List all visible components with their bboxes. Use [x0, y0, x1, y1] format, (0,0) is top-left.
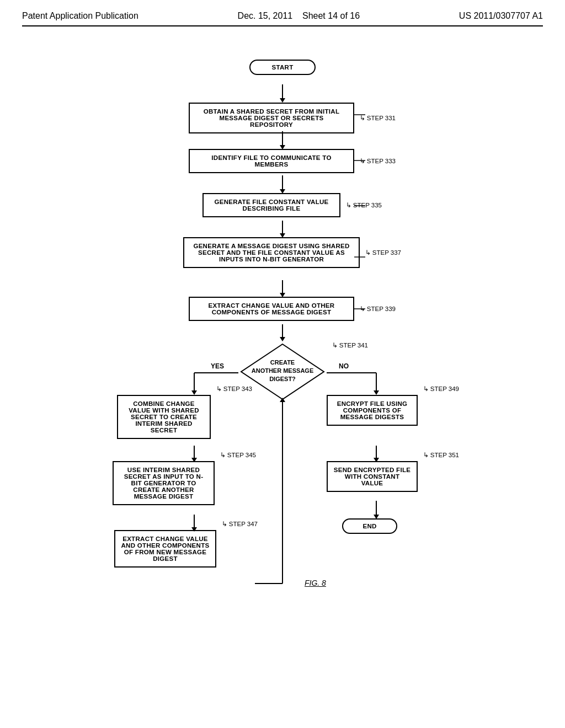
step339-node: EXTRACT CHANGE VALUE AND OTHER COMPONENT…	[189, 297, 354, 321]
step331-node: OBTAIN A SHARED SECRET FROM INITIAL MESS…	[189, 103, 354, 133]
diamond-svg: CREATE ANOTHER MESSAGE DIGEST?	[238, 341, 327, 402]
step351-label: ↳ STEP 351	[423, 451, 459, 459]
step337-label: ↳ STEP 337	[365, 249, 401, 256]
step341-label: ↳ STEP 341	[332, 341, 368, 349]
step349-node: ENCRYPT FILE USING COMPONENTS OF MESSAGE…	[327, 395, 418, 426]
step351-node: SEND ENCRYPTED FILE WITH CONSTANT VALUE …	[327, 461, 418, 492]
step343-label: ↳ STEP 343	[216, 385, 252, 393]
step347-node: EXTRACT CHANGE VALUE AND OTHER COMPONENT…	[114, 530, 216, 568]
step335-label: ↳ STEP 335	[346, 201, 382, 209]
step335-node: GENERATE FILE CONSTANT VALUE DESCRIBING …	[202, 193, 340, 217]
svg-text:CREATE: CREATE	[270, 359, 295, 366]
page-header: Patent Application Publication Dec. 15, …	[22, 11, 543, 26]
step337-node: GENERATE A MESSAGE DIGEST USING SHARED S…	[183, 237, 360, 268]
start-node: START	[249, 60, 316, 75]
step333-node: IDENTIFY FILE TO COMMUNICATE TO MEMBERS …	[189, 149, 354, 173]
step339-label: ↳ STEP 339	[360, 305, 396, 313]
header-right: US 2011/0307707 A1	[459, 11, 543, 21]
header-center: Dec. 15, 2011 Sheet 14 of 16	[238, 11, 360, 21]
svg-text:DIGEST?: DIGEST?	[269, 376, 296, 382]
end-node: END	[342, 518, 397, 534]
step349-label: ↳ STEP 349	[423, 385, 459, 393]
step347-label: ↳ STEP 347	[222, 520, 258, 528]
diagram-wrapper: YES NO	[84, 43, 481, 622]
svg-text:ANOTHER MESSAGE: ANOTHER MESSAGE	[252, 367, 313, 374]
fig-label: FIG. 8	[305, 578, 326, 588]
step333-label: ↳ STEP 333	[360, 157, 396, 165]
step345-node: USE INTERIM SHARED SECRET AS INPUT TO N-…	[113, 461, 215, 505]
step341-diamond: CREATE ANOTHER MESSAGE DIGEST? ↳ STEP 34…	[238, 341, 327, 404]
step343-node: COMBINE CHANGE VALUE WITH SHARED SECRET …	[117, 395, 211, 439]
step345-label: ↳ STEP 345	[220, 451, 256, 459]
step331-label: ↳ STEP 331	[360, 114, 396, 122]
header-left: Patent Application Publication	[22, 11, 138, 21]
page: Patent Application Publication Dec. 15, …	[0, 0, 565, 728]
